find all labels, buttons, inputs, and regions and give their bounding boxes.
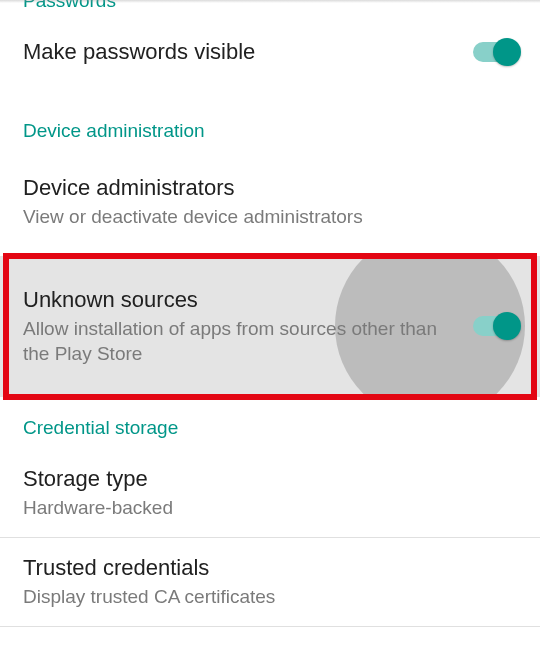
section-header-passwords: Passwords: [0, 0, 540, 22]
row-text: Make passwords visible: [23, 38, 473, 66]
row-make-passwords-visible[interactable]: Make passwords visible: [0, 22, 540, 82]
toggle-knob: [493, 38, 521, 66]
row-subtitle: Display trusted CA certificates: [23, 585, 505, 610]
toggle-unknown-sources[interactable]: [473, 316, 517, 336]
row-subtitle: Allow installation of apps from sources …: [23, 317, 461, 366]
row-text: Device administrators View or deactivate…: [23, 174, 517, 230]
row-title: Unknown sources: [23, 286, 461, 314]
row-text: Trusted credentials Display trusted CA c…: [23, 554, 517, 610]
divider: [0, 626, 540, 627]
section-header-device-admin: Device administration: [0, 110, 540, 152]
row-title: Trusted credentials: [23, 554, 505, 582]
row-storage-type[interactable]: Storage type Hardware-backed: [0, 449, 540, 537]
row-text: Unknown sources Allow installation of ap…: [23, 286, 473, 367]
section-header-credential-storage: Credential storage: [0, 407, 540, 449]
row-title: Make passwords visible: [23, 38, 461, 66]
row-title: Device administrators: [23, 174, 505, 202]
unknown-sources-wrap: Unknown sources Allow installation of ap…: [0, 256, 540, 397]
row-subtitle: View or deactivate device administrators: [23, 205, 505, 230]
row-unknown-sources[interactable]: Unknown sources Allow installation of ap…: [0, 256, 540, 397]
toggle-knob: [493, 312, 521, 340]
row-text: Storage type Hardware-backed: [23, 465, 517, 521]
row-device-administrators[interactable]: Device administrators View or deactivate…: [0, 158, 540, 246]
toggle-make-passwords-visible[interactable]: [473, 42, 517, 62]
row-title: Storage type: [23, 465, 505, 493]
row-trusted-credentials[interactable]: Trusted credentials Display trusted CA c…: [0, 538, 540, 626]
row-subtitle: Hardware-backed: [23, 496, 505, 521]
